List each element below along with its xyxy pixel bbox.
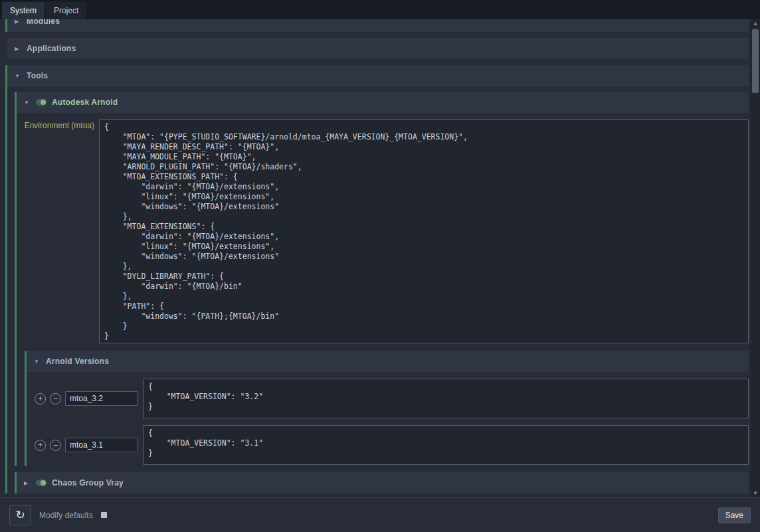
refresh-button[interactable]: ↻ (9, 505, 31, 525)
arnold-versions-list: + − { "MTOA_VERSION": "3.2" } + − (27, 372, 749, 466)
environment-field-row: Environment (mtoa) { "MTOA": "{PYPE_STUD… (17, 119, 749, 343)
collapsed-arrow-icon: ▶ (15, 19, 21, 25)
section-arnold-versions-header[interactable]: ▼ Arnold Versions (27, 351, 749, 372)
modify-defaults-label: Modify defaults (39, 511, 93, 520)
version-json-editor[interactable]: { "MTOA_VERSION": "3.1" } (143, 425, 749, 465)
vray-enabled-toggle[interactable] (36, 480, 47, 486)
section-chaos-group-vray-title: Chaos Group Vray (52, 478, 124, 488)
expanded-arrow-icon: ▼ (24, 100, 31, 106)
section-tools-title: Tools (27, 71, 48, 80)
section-autodesk-arnold-title: Autodesk Arnold (52, 98, 118, 107)
add-version-button[interactable]: + (35, 393, 46, 404)
version-row: + − { "MTOA_VERSION": "3.2" } (35, 379, 749, 418)
section-tools-body: ▼ Autodesk Arnold Environment (mtoa) { "… (7, 86, 749, 493)
content-area: ▶ Modules ▶ Applications ▼ Tools (0, 19, 760, 497)
vertical-scrollbar[interactable]: ▲ ▼ (751, 19, 760, 497)
scrollbar-up-icon[interactable]: ▲ (753, 19, 758, 28)
collapsed-arrow-icon: ▶ (24, 480, 31, 486)
save-button[interactable]: Save (718, 507, 751, 523)
section-tools-header[interactable]: ▼ Tools (7, 65, 749, 86)
section-applications-header[interactable]: ▶ Applications (7, 38, 749, 59)
add-version-button[interactable]: + (35, 440, 46, 451)
tab-system[interactable]: System (2, 2, 45, 19)
settings-scroll-area: ▶ Modules ▶ Applications ▼ Tools (0, 19, 751, 497)
tab-project[interactable]: Project (46, 2, 86, 19)
remove-version-button[interactable]: − (50, 440, 61, 451)
expanded-arrow-icon: ▼ (15, 73, 21, 79)
arnold-enabled-toggle[interactable] (36, 99, 47, 106)
remove-version-button[interactable]: − (50, 393, 61, 404)
version-json-editor[interactable]: { "MTOA_VERSION": "3.2" } (143, 379, 749, 418)
scrollbar-down-icon[interactable]: ▼ (753, 489, 758, 497)
section-arnold-versions: ▼ Arnold Versions + − { "MTOA_VERSION": … (25, 351, 749, 466)
scrollbar-thumb[interactable] (752, 29, 759, 93)
section-applications-title: Applications (27, 44, 76, 53)
section-modules-title: Modules (27, 19, 60, 26)
tab-bar: System Project (0, 0, 760, 19)
section-tools: ▼ Tools ▼ Autodesk Arnold (5, 65, 749, 493)
footer-bar: ↻ Modify defaults Save (0, 497, 760, 532)
version-name-input[interactable] (65, 391, 138, 406)
expanded-arrow-icon: ▼ (34, 359, 41, 365)
version-row: + − { "MTOA_VERSION": "3.1" } (35, 425, 749, 465)
refresh-icon: ↻ (15, 509, 25, 521)
section-chaos-group-vray: ▶ Chaos Group Vray (15, 472, 749, 493)
section-modules-header[interactable]: ▶ Modules (7, 19, 749, 32)
collapsed-arrow-icon: ▶ (15, 46, 21, 52)
modify-defaults-checkbox[interactable] (101, 512, 107, 518)
section-autodesk-arnold: ▼ Autodesk Arnold Environment (mtoa) { "… (15, 92, 749, 466)
environment-json-editor[interactable]: { "MTOA": "{PYPE_STUDIO_SOFTWARE}/arnold… (99, 119, 749, 343)
section-autodesk-arnold-header[interactable]: ▼ Autodesk Arnold (17, 92, 749, 113)
settings-window: System Project ▶ Modules ▶ Applications (0, 0, 760, 532)
section-applications: ▶ Applications (5, 38, 749, 59)
section-modules: ▶ Modules (5, 19, 749, 32)
version-name-input[interactable] (65, 438, 138, 452)
environment-label: Environment (mtoa) (17, 119, 99, 130)
section-arnold-versions-title: Arnold Versions (46, 357, 109, 366)
section-chaos-group-vray-header[interactable]: ▶ Chaos Group Vray (17, 472, 749, 493)
section-autodesk-arnold-body: Environment (mtoa) { "MTOA": "{PYPE_STUD… (17, 113, 749, 466)
